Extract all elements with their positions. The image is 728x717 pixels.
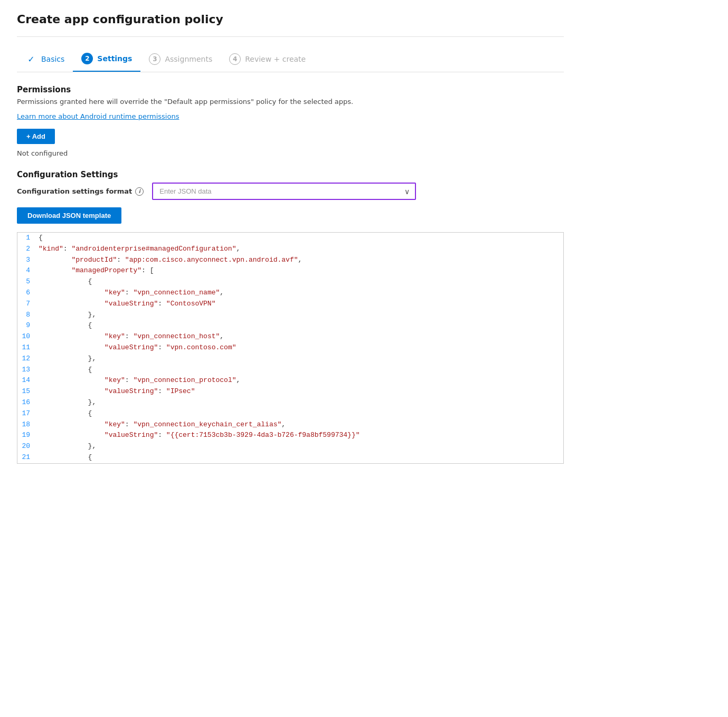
json-line: 13 { [17, 365, 563, 376]
step-badge-review: 4 [229, 53, 241, 65]
line-number: 1 [17, 233, 39, 244]
line-content: "valueString": "ContosoVPN" [39, 299, 563, 310]
step-badge-basics: ✓ [25, 53, 37, 65]
learn-more-link[interactable]: Learn more about Android runtime permiss… [17, 112, 179, 120]
json-line: 4 "managedProperty": [ [17, 265, 563, 276]
wizard-step-review[interactable]: 4 Review + create [221, 48, 314, 71]
download-json-button[interactable]: Download JSON template [17, 207, 121, 224]
json-editor-wrapper: 1{2"kind": "androidenterprise#managedCon… [17, 232, 564, 464]
line-number: 11 [17, 342, 39, 353]
line-content: "key": "vpn_connection_host", [39, 331, 563, 342]
json-line: 10 "key": "vpn_connection_host", [17, 331, 563, 342]
line-number: 17 [17, 408, 39, 419]
line-number: 14 [17, 375, 39, 386]
config-settings-section: Configuration Settings Configuration set… [17, 170, 564, 224]
json-line: 16 }, [17, 397, 563, 408]
line-number: 13 [17, 365, 39, 376]
json-line: 19 "valueString": "{{cert:7153cb3b-3929-… [17, 430, 563, 441]
json-line: 21 { [17, 452, 563, 463]
info-icon[interactable]: i [135, 187, 144, 196]
json-line: 17 { [17, 408, 563, 419]
page-title: Create app configuration policy [17, 13, 564, 26]
json-line: 12 }, [17, 353, 563, 365]
line-number: 8 [17, 310, 39, 321]
line-content: { [39, 233, 563, 244]
line-content: "valueString": "{{cert:7153cb3b-3929-4da… [39, 430, 563, 441]
permissions-section: Permissions Permissions granted here wil… [17, 85, 564, 157]
json-line: 3 "productId": "app:com.cisco.anyconnect… [17, 255, 563, 266]
page-divider [17, 36, 564, 37]
json-line: 11 "valueString": "vpn.contoso.com" [17, 342, 563, 353]
line-content: "key": "vpn_connection_keychain_cert_ali… [39, 419, 563, 431]
json-line: 20 }, [17, 441, 563, 452]
format-label: Configuration settings format i [17, 187, 144, 196]
line-content: { [39, 452, 563, 463]
line-content: { [39, 365, 563, 376]
line-number: 12 [17, 353, 39, 365]
line-number: 15 [17, 386, 39, 397]
line-content: "key": "vpn_connection_name", [39, 288, 563, 299]
line-number: 4 [17, 265, 39, 276]
line-content: "valueString": "vpn.contoso.com" [39, 342, 563, 353]
line-content: { [39, 276, 563, 288]
step-label-review: Review + create [245, 55, 306, 63]
line-number: 18 [17, 419, 39, 431]
wizard-nav: ✓ Basics 2 Settings 3 Assignments 4 Revi… [17, 47, 564, 72]
line-number: 21 [17, 452, 39, 463]
line-content: }, [39, 397, 563, 408]
permissions-title: Permissions [17, 85, 564, 94]
permissions-description: Permissions granted here will override t… [17, 98, 564, 106]
line-content: "productId": "app:com.cisco.anyconnect.v… [39, 255, 563, 266]
line-number: 20 [17, 441, 39, 452]
step-label-assignments: Assignments [165, 55, 212, 63]
json-line: 1{ [17, 233, 563, 244]
json-line: 15 "valueString": "IPsec" [17, 386, 563, 397]
line-number: 6 [17, 288, 39, 299]
wizard-step-settings[interactable]: 2 Settings [73, 47, 140, 72]
config-format-dropdown[interactable]: Enter JSON data Use configuration design… [152, 183, 416, 200]
step-label-basics: Basics [41, 55, 64, 63]
step-badge-assignments: 3 [149, 53, 160, 65]
line-content: { [39, 320, 563, 331]
line-content: }, [39, 441, 563, 452]
json-line: 2"kind": "androidenterprise#managedConfi… [17, 244, 563, 255]
line-number: 7 [17, 299, 39, 310]
line-content: "key": "vpn_connection_protocol", [39, 375, 563, 386]
config-settings-title: Configuration Settings [17, 170, 564, 179]
line-number: 19 [17, 430, 39, 441]
json-line: 7 "valueString": "ContosoVPN" [17, 299, 563, 310]
format-row: Configuration settings format i Enter JS… [17, 183, 564, 200]
line-number: 10 [17, 331, 39, 342]
json-editor[interactable]: 1{2"kind": "androidenterprise#managedCon… [17, 232, 564, 464]
step-badge-settings: 2 [81, 53, 93, 64]
line-number: 2 [17, 244, 39, 255]
step-label-settings: Settings [97, 54, 132, 63]
wizard-step-assignments[interactable]: 3 Assignments [140, 48, 221, 71]
line-number: 5 [17, 276, 39, 288]
json-line: 6 "key": "vpn_connection_name", [17, 288, 563, 299]
line-number: 9 [17, 320, 39, 331]
wizard-step-basics[interactable]: ✓ Basics [17, 48, 73, 71]
add-button[interactable]: + Add [17, 129, 55, 144]
line-content: "managedProperty": [ [39, 265, 563, 276]
line-content: }, [39, 353, 563, 365]
json-line: 8 }, [17, 310, 563, 321]
json-line: 18 "key": "vpn_connection_keychain_cert_… [17, 419, 563, 431]
line-number: 3 [17, 255, 39, 266]
line-content: { [39, 408, 563, 419]
line-content: "kind": "androidenterprise#managedConfig… [39, 244, 563, 255]
json-line: 14 "key": "vpn_connection_protocol", [17, 375, 563, 386]
page-container: Create app configuration policy ✓ Basics… [0, 0, 581, 476]
line-content: "valueString": "IPsec" [39, 386, 563, 397]
json-line: 9 { [17, 320, 563, 331]
line-number: 16 [17, 397, 39, 408]
not-configured-text: Not configured [17, 149, 564, 157]
dropdown-wrapper: Enter JSON data Use configuration design… [152, 183, 416, 200]
json-line: 5 { [17, 276, 563, 288]
line-content: }, [39, 310, 563, 321]
